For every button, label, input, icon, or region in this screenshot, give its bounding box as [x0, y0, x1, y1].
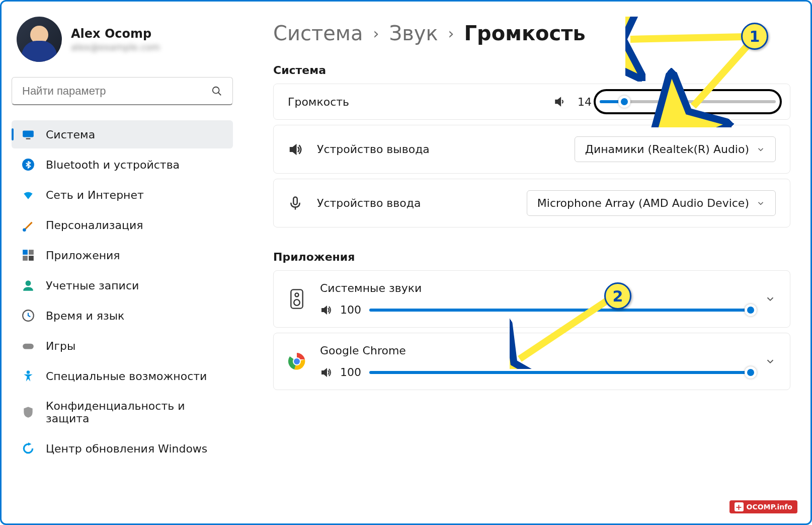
chrome-icon	[288, 352, 306, 370]
svg-rect-9	[29, 256, 34, 261]
sidebar-item-apps[interactable]: Приложения	[12, 241, 233, 269]
volume-icon[interactable]	[320, 304, 332, 316]
svg-rect-12	[23, 344, 34, 349]
svg-rect-3	[26, 138, 31, 139]
chevron-down-icon[interactable]	[765, 356, 776, 367]
sidebar-item-system[interactable]: Система	[12, 120, 233, 148]
app-name: Google Chrome	[320, 344, 751, 357]
shield-icon	[22, 406, 35, 419]
breadcrumb-current: Громкость	[464, 22, 586, 45]
sidebar-item-label: Сеть и Интернет	[46, 189, 144, 201]
search-box[interactable]	[12, 77, 233, 105]
svg-point-17	[295, 293, 299, 296]
sidebar-item-games[interactable]: Игры	[12, 332, 233, 360]
profile-email: alex@example.com	[71, 42, 160, 52]
accessibility-icon	[22, 369, 35, 383]
app-volume-value: 100	[340, 304, 361, 316]
app-card-system-sounds: Системные звуки 100	[273, 270, 790, 328]
sidebar-item-label: Игры	[46, 340, 75, 352]
section-title-system: Система	[273, 64, 790, 77]
breadcrumb-system[interactable]: Система	[273, 22, 363, 45]
speaker-out-icon	[288, 142, 303, 157]
apps-icon	[22, 249, 35, 262]
update-icon	[22, 442, 35, 455]
sidebar-item-bluetooth[interactable]: Bluetooth и устройства	[12, 151, 233, 179]
chevron-right-icon: ›	[448, 25, 454, 42]
chevron-down-icon	[756, 145, 765, 154]
sidebar: Alex Ocomp alex@example.com Система Blue…	[2, 2, 243, 523]
app-volume-slider[interactable]	[369, 309, 751, 312]
svg-point-0	[213, 87, 219, 93]
output-label: Устройство вывода	[317, 143, 575, 156]
speaker-device-icon	[288, 290, 306, 308]
app-name: Системные звуки	[320, 282, 751, 294]
brush-icon	[22, 218, 35, 232]
sidebar-item-label: Приложения	[46, 249, 120, 262]
search-icon	[211, 86, 222, 97]
app-card-chrome: Google Chrome 100	[273, 333, 790, 390]
games-icon	[22, 339, 35, 352]
chevron-down-icon	[756, 199, 765, 208]
chevron-down-icon[interactable]	[765, 293, 776, 305]
output-device-dropdown[interactable]: Динамики (Realtek(R) Audio)	[575, 136, 776, 162]
sidebar-item-accessibility[interactable]: Специальные возможности	[12, 362, 233, 390]
input-device-card: Устройство ввода Microphone Array (AMD A…	[273, 179, 790, 228]
svg-line-1	[218, 92, 221, 95]
system-icon	[22, 128, 35, 141]
sidebar-item-label: Конфиденциальность и защита	[46, 400, 223, 425]
svg-point-13	[27, 370, 30, 374]
sidebar-item-accounts[interactable]: Учетные записи	[12, 271, 233, 299]
wifi-icon	[22, 188, 35, 201]
app-volume-slider[interactable]	[369, 371, 751, 374]
output-device-card: Устройство вывода Динамики (Realtek(R) A…	[273, 125, 790, 174]
sidebar-item-label: Центр обновления Windows	[46, 442, 207, 455]
account-icon	[22, 279, 35, 292]
input-label: Устройство ввода	[317, 197, 527, 209]
main-content: Система › Звук › Громкость Система 14 Гр…	[243, 2, 810, 523]
svg-rect-14	[293, 197, 297, 204]
breadcrumb-sound[interactable]: Звук	[389, 22, 438, 45]
sidebar-item-update[interactable]: Центр обновления Windows	[12, 434, 233, 463]
profile-block[interactable]: Alex Ocomp alex@example.com	[12, 17, 233, 62]
search-input[interactable]	[22, 85, 211, 98]
nav-list: Система Bluetooth и устройства Сеть и Ин…	[12, 120, 233, 463]
sidebar-item-privacy[interactable]: Конфиденциальность и защита	[12, 392, 233, 432]
svg-point-18	[294, 299, 300, 306]
chevron-right-icon: ›	[373, 25, 379, 42]
sidebar-item-label: Время и язык	[46, 310, 124, 322]
svg-point-21	[294, 358, 300, 364]
svg-rect-7	[29, 250, 34, 255]
volume-icon[interactable]	[320, 366, 332, 379]
volume-icon[interactable]	[553, 95, 566, 108]
input-device-dropdown[interactable]: Microphone Array (AMD Audio Device)	[527, 190, 776, 216]
sidebar-item-time[interactable]: Время и язык	[12, 302, 233, 330]
bluetooth-icon	[22, 158, 35, 171]
svg-rect-6	[23, 250, 28, 255]
breadcrumb: Система › Звук › Громкость	[273, 22, 790, 45]
volume-value: 14	[575, 96, 592, 108]
watermark: + OCOMP.info	[729, 500, 798, 513]
profile-name: Alex Ocomp	[71, 27, 160, 41]
clock-icon	[22, 309, 35, 322]
volume-slider-wrap: 14	[553, 95, 776, 108]
volume-label: Громкость	[288, 96, 553, 108]
sidebar-item-personalization[interactable]: Персонализация	[12, 211, 233, 239]
microphone-icon	[288, 196, 303, 211]
svg-point-10	[26, 280, 31, 286]
sidebar-item-label: Персонализация	[46, 219, 143, 232]
sidebar-item-label: Учетные записи	[46, 279, 139, 292]
svg-point-5	[23, 229, 26, 232]
section-title-apps: Приложения	[273, 251, 790, 263]
avatar	[17, 17, 62, 62]
app-volume-value: 100	[340, 366, 361, 379]
svg-rect-8	[23, 256, 28, 261]
volume-card: 14 Громкость 14	[273, 84, 790, 120]
output-device-value: Динамики (Realtek(R) Audio)	[585, 143, 749, 156]
sidebar-item-label: Специальные возможности	[46, 370, 207, 383]
input-device-value: Microphone Array (AMD Audio Device)	[537, 197, 749, 209]
sidebar-item-network[interactable]: Сеть и Интернет	[12, 181, 233, 209]
sidebar-item-label: Система	[46, 128, 95, 141]
volume-slider[interactable]	[600, 100, 776, 103]
sidebar-item-label: Bluetooth и устройства	[46, 159, 180, 171]
svg-rect-2	[23, 130, 34, 137]
